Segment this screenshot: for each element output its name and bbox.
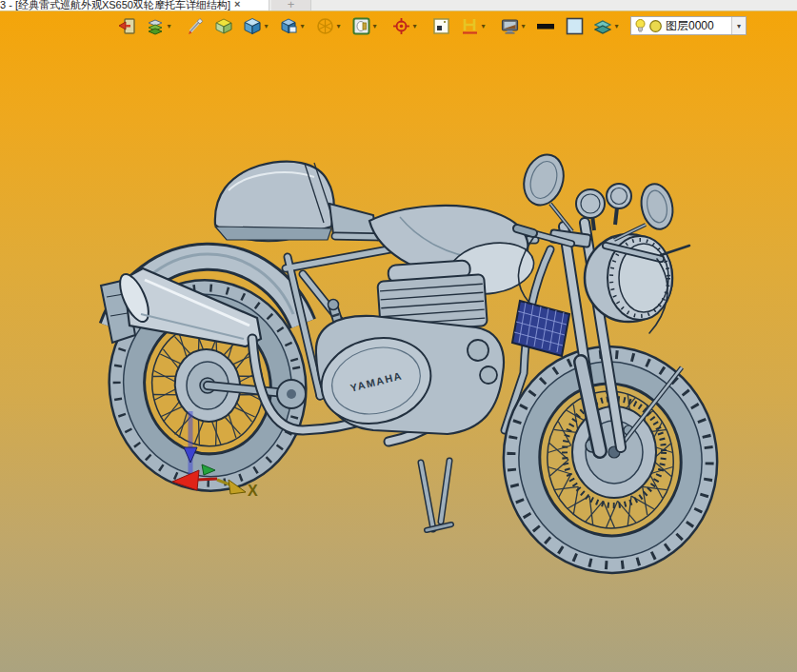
tail-cowl[interactable]: [215, 162, 334, 242]
cad-application-window: YAMAHA: [0, 0, 797, 672]
motorcycle-model-canvas[interactable]: YAMAHA: [0, 0, 797, 672]
left-mirror[interactable]: [518, 149, 572, 231]
exit-icon[interactable]: [116, 15, 137, 36]
cube-monitor-dropdown-caret[interactable]: ▾: [298, 22, 307, 30]
view-toolbar: ▾ ▾: [116, 13, 747, 38]
render-style-icon[interactable]: [145, 15, 166, 36]
layer-name-value: 图层0000: [666, 18, 731, 34]
x-axis-label: X: [248, 483, 258, 499]
compass-icon[interactable]: [390, 15, 411, 36]
layer-dropdown-caret[interactable]: ▾: [731, 17, 746, 34]
layer-selector[interactable]: 图层0000 ▾: [630, 16, 747, 35]
display-monitor-icon[interactable]: [499, 15, 520, 36]
oil-cooler[interactable]: [512, 301, 569, 356]
document-tab-title: 3 - [经典雷式巡航外观XS650双轮摩托车详细结构]: [0, 0, 230, 11]
wireframe-sphere-icon[interactable]: [314, 15, 335, 36]
brush-icon[interactable]: [185, 15, 206, 36]
layers-teal-icon[interactable]: [592, 15, 613, 36]
3d-viewport[interactable]: YAMAHA: [0, 11, 797, 672]
section-dropdown-caret[interactable]: ▾: [479, 22, 488, 30]
shaded-cube-dropdown-caret[interactable]: ▾: [262, 22, 270, 30]
tab-bar: 3 - [经典雷式巡航外观XS650双轮摩托车详细结构] × +: [0, 0, 797, 11]
shaded-cube-icon[interactable]: [242, 15, 263, 36]
cube-monitor-icon[interactable]: [278, 15, 299, 36]
point-style-icon[interactable]: [430, 15, 451, 36]
render-style-dropdown-caret[interactable]: ▾: [165, 22, 173, 30]
compass-dropdown-caret[interactable]: ▾: [410, 22, 419, 30]
section-icon[interactable]: [459, 15, 480, 36]
layer-color-icon: [648, 19, 663, 33]
display-monitor-dropdown-caret[interactable]: ▾: [519, 22, 528, 30]
tab-close-icon[interactable]: ×: [234, 0, 240, 10]
layers-teal-dropdown-caret[interactable]: ▾: [612, 22, 621, 30]
wireframe-sphere-dropdown-caret[interactable]: ▾: [334, 22, 343, 30]
isometric-box-icon[interactable]: [213, 15, 234, 36]
document-tab[interactable]: 3 - [经典雷式巡航外观XS650双轮摩托车详细结构] ×: [0, 0, 269, 10]
line-width-icon[interactable]: [535, 15, 556, 36]
center-stand[interactable]: [421, 461, 451, 530]
render-image-icon[interactable]: [350, 15, 371, 36]
new-tab-button[interactable]: +: [271, 0, 311, 10]
engine[interactable]: YAMAHA: [312, 259, 504, 435]
lightbulb-icon: [634, 18, 647, 33]
render-image-dropdown-caret[interactable]: ▾: [370, 22, 379, 30]
color-swatch-icon[interactable]: [564, 15, 585, 36]
